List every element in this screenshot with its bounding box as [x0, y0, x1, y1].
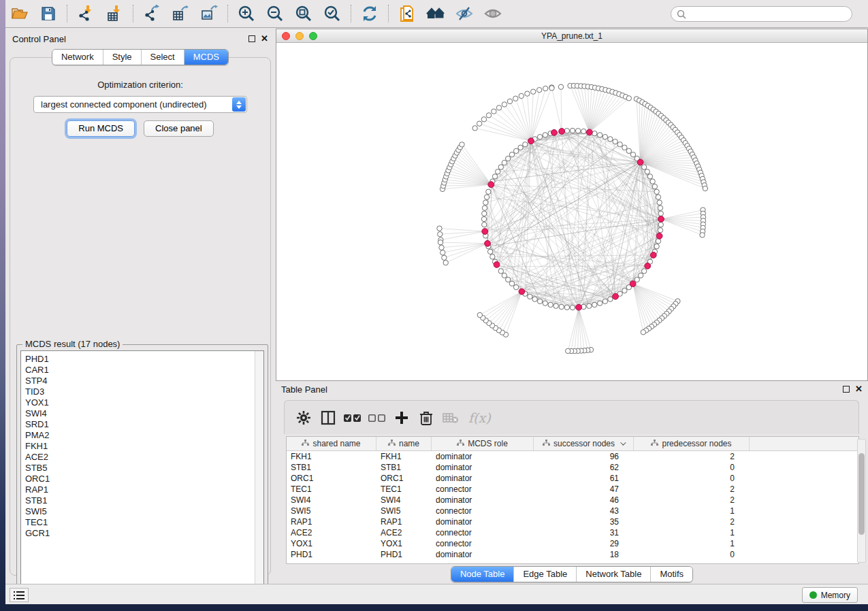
mcds-result-item[interactable]: FKH1: [25, 441, 263, 452]
cell-predecessor-nodes[interactable]: 0: [634, 549, 750, 560]
float-table-panel-icon[interactable]: [843, 386, 850, 393]
cell-MCDS-role[interactable]: connector: [432, 506, 534, 516]
tab-network-table[interactable]: Network Table: [576, 567, 650, 582]
cell-shared-name[interactable]: RAP1: [287, 516, 376, 527]
cell-MCDS-role[interactable]: connector: [432, 527, 534, 538]
first-neighbors-icon[interactable]: [424, 2, 447, 25]
show-all-icon[interactable]: [481, 2, 504, 25]
cell-shared-name[interactable]: SWI4: [287, 495, 376, 506]
mcds-result-item[interactable]: RAP1: [25, 484, 263, 495]
zoom-in-icon[interactable]: [235, 2, 258, 25]
cell-MCDS-role[interactable]: connector: [432, 484, 534, 495]
mcds-result-item[interactable]: SWI4: [25, 408, 263, 419]
table-row[interactable]: YOX1YOX1connector291: [287, 538, 858, 549]
network-canvas[interactable]: [276, 43, 867, 380]
tab-motifs[interactable]: Motifs: [650, 567, 692, 582]
cell-successor-nodes[interactable]: 46: [534, 495, 634, 506]
table-row[interactable]: ACE2ACE2connector311: [287, 527, 858, 538]
column-header-predecessor-nodes[interactable]: predecessor nodes: [634, 437, 750, 450]
cell-predecessor-nodes[interactable]: 2: [634, 484, 750, 495]
network-graph[interactable]: [276, 43, 867, 380]
zoom-fit-icon[interactable]: [292, 2, 315, 25]
table-row[interactable]: ORC1ORC1dominator610: [287, 473, 858, 484]
table-row[interactable]: PHD1PHD1dominator180: [287, 549, 858, 560]
cell-MCDS-role[interactable]: dominator: [432, 462, 534, 473]
float-panel-icon[interactable]: [248, 35, 255, 42]
close-panel-button[interactable]: Close panel: [144, 120, 214, 137]
close-table-panel-icon[interactable]: ✕: [855, 386, 863, 393]
cell-shared-name[interactable]: FKH1: [287, 451, 376, 462]
cell-predecessor-nodes[interactable]: 2: [634, 495, 750, 506]
export-network-icon[interactable]: [140, 2, 163, 25]
zoom-selected-icon[interactable]: [321, 2, 344, 25]
table-row[interactable]: RAP1RAP1dominator352: [287, 516, 858, 527]
mcds-result-item[interactable]: TEC1: [25, 517, 263, 528]
deselect-all-columns-icon[interactable]: [365, 406, 389, 430]
mcds-result-item[interactable]: ACE2: [25, 452, 263, 463]
tab-mcds[interactable]: MCDS: [184, 50, 228, 65]
cell-predecessor-nodes[interactable]: 1: [634, 506, 750, 516]
cell-predecessor-nodes[interactable]: 0: [634, 462, 750, 473]
run-mcds-button[interactable]: Run MCDS: [67, 120, 135, 137]
cell-predecessor-nodes[interactable]: 0: [634, 473, 750, 484]
tab-select[interactable]: Select: [141, 50, 184, 65]
cell-successor-nodes[interactable]: 96: [534, 451, 634, 462]
search-input[interactable]: [686, 8, 852, 20]
search-box[interactable]: [671, 6, 852, 22]
mcds-result-item[interactable]: YOX1: [25, 397, 263, 408]
cell-successor-nodes[interactable]: 47: [534, 484, 634, 495]
cell-name[interactable]: TEC1: [376, 484, 432, 495]
refresh-layout-icon[interactable]: [358, 2, 381, 25]
tab-node-table[interactable]: Node Table: [451, 567, 514, 582]
tab-network[interactable]: Network: [52, 50, 103, 65]
cell-name[interactable]: FKH1: [376, 451, 432, 462]
cell-MCDS-role[interactable]: connector: [432, 538, 534, 549]
cell-MCDS-role[interactable]: dominator: [432, 473, 534, 484]
mcds-result-item[interactable]: CAR1: [25, 365, 263, 376]
column-header-successor-nodes[interactable]: successor nodes: [534, 437, 634, 450]
cell-name[interactable]: ACE2: [376, 527, 432, 538]
table-row[interactable]: SWI4SWI4dominator462: [287, 495, 858, 506]
show-column-panel-icon[interactable]: [316, 406, 340, 430]
cell-name[interactable]: SWI5: [376, 506, 432, 516]
cell-name[interactable]: YOX1: [376, 538, 432, 549]
tab-edge-table[interactable]: Edge Table: [513, 567, 576, 582]
cell-shared-name[interactable]: TEC1: [287, 484, 376, 495]
cell-name[interactable]: STB1: [376, 462, 432, 473]
cell-predecessor-nodes[interactable]: 2: [634, 451, 750, 462]
mcds-result-item[interactable]: PHD1: [25, 354, 263, 365]
cell-shared-name[interactable]: STB1: [287, 462, 376, 473]
cell-successor-nodes[interactable]: 29: [534, 538, 634, 549]
cell-MCDS-role[interactable]: dominator: [432, 451, 534, 462]
export-table-icon[interactable]: [169, 2, 192, 25]
cell-shared-name[interactable]: ORC1: [287, 473, 376, 484]
table-settings-gear-icon[interactable]: [291, 406, 316, 430]
open-file-icon[interactable]: [8, 2, 31, 25]
cell-shared-name[interactable]: ACE2: [287, 527, 376, 538]
cell-shared-name[interactable]: PHD1: [287, 549, 376, 560]
cell-name[interactable]: RAP1: [376, 516, 432, 527]
close-panel-icon[interactable]: ✕: [261, 35, 268, 42]
create-column-icon[interactable]: [389, 406, 414, 430]
zoom-out-icon[interactable]: [263, 2, 287, 25]
cell-successor-nodes[interactable]: 61: [534, 473, 634, 484]
task-history-button[interactable]: [10, 588, 29, 602]
cell-shared-name[interactable]: SWI5: [287, 506, 376, 516]
cell-predecessor-nodes[interactable]: 2: [634, 516, 750, 527]
table-scrollbar[interactable]: [857, 439, 866, 563]
mcds-result-item[interactable]: SRD1: [25, 419, 263, 430]
mcds-result-item[interactable]: STB1: [25, 495, 263, 506]
mcds-result-item[interactable]: PMA2: [25, 430, 263, 441]
new-network-from-selection-icon[interactable]: [396, 2, 419, 25]
cell-MCDS-role[interactable]: dominator: [432, 495, 534, 506]
cell-name[interactable]: PHD1: [376, 549, 432, 560]
memory-button[interactable]: Memory: [802, 587, 858, 603]
mcds-result-item[interactable]: STB5: [25, 463, 263, 474]
mcds-result-item[interactable]: ORC1: [25, 474, 263, 484]
cell-successor-nodes[interactable]: 18: [534, 549, 634, 560]
import-network-icon[interactable]: [74, 2, 97, 25]
table-row[interactable]: FKH1FKH1dominator962: [287, 451, 858, 462]
cell-shared-name[interactable]: YOX1: [287, 538, 376, 549]
tab-style[interactable]: Style: [103, 50, 141, 65]
save-session-icon[interactable]: [37, 2, 60, 25]
